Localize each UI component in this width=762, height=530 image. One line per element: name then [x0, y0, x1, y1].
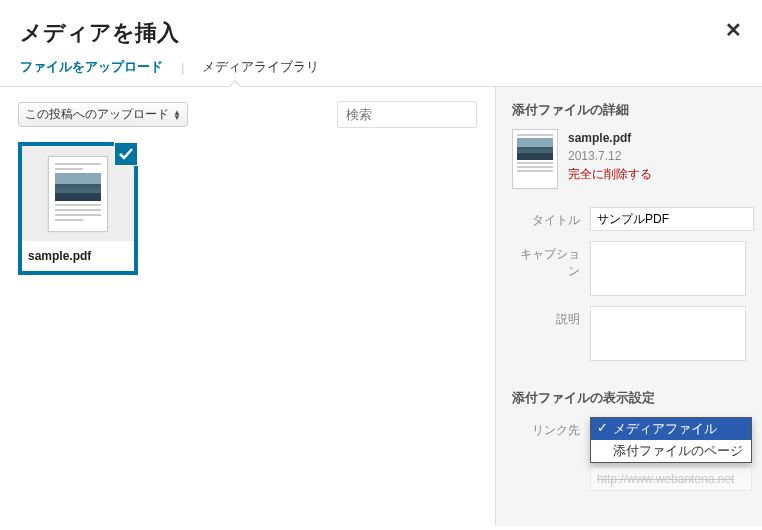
selected-check-icon[interactable]: [114, 142, 138, 166]
description-label: 説明: [512, 306, 590, 328]
field-row-description: 説明: [512, 306, 746, 361]
thumbnail-filename: sample.pdf: [22, 241, 134, 271]
field-row-caption: キャプション: [512, 241, 746, 296]
field-row-linkto: リンク先 メディアファイル 添付ファイルのページ: [512, 417, 746, 491]
linkto-option-media-file[interactable]: メディアファイル: [591, 418, 751, 440]
linkto-option-attachment-page[interactable]: 添付ファイルのページ: [591, 440, 751, 462]
link-url-input: [590, 467, 752, 491]
tab-upload[interactable]: ファイルをアップロード: [20, 58, 163, 76]
caption-input[interactable]: [590, 241, 746, 296]
attachment-date: 2013.7.12: [568, 147, 652, 165]
tab-divider: |: [181, 60, 184, 75]
title-input[interactable]: [590, 207, 754, 231]
filter-select-label: この投稿へのアップロード: [25, 106, 169, 123]
display-settings-section: 添付ファイルの表示設定 リンク先 メディアファイル 添付ファイルのページ: [512, 389, 746, 491]
close-button[interactable]: ✕: [725, 18, 742, 42]
attachment-info: sample.pdf 2013.7.12 完全に削除する: [568, 129, 652, 189]
select-arrows-icon: ▲▼: [173, 110, 181, 120]
details-sidebar: 添付ファイルの詳細 sample.pdf 2013.7.12 完全に削除する タ…: [495, 87, 762, 526]
linkto-label: リンク先: [512, 417, 590, 439]
attachment-thumb-icon: [512, 129, 558, 189]
linkto-dropdown[interactable]: メディアファイル 添付ファイルのページ: [590, 417, 752, 463]
tab-library[interactable]: メディアライブラリ: [202, 58, 319, 76]
media-modal: メディアを挿入 ✕ ファイルをアップロード | メディアライブラリ この投稿への…: [0, 0, 762, 530]
attachment-filename: sample.pdf: [568, 129, 652, 147]
document-icon: [48, 156, 108, 232]
caption-label: キャプション: [512, 241, 590, 280]
modal-header: メディアを挿入 ✕: [0, 0, 762, 58]
details-section-title: 添付ファイルの詳細: [512, 101, 746, 119]
filter-select[interactable]: この投稿へのアップロード ▲▼: [18, 102, 188, 127]
attachment-header: sample.pdf 2013.7.12 完全に削除する: [512, 129, 746, 189]
field-row-title: タイトル: [512, 207, 746, 231]
media-thumbnail[interactable]: sample.pdf: [18, 142, 138, 275]
description-input[interactable]: [590, 306, 746, 361]
library-toolbar: この投稿へのアップロード ▲▼: [18, 101, 477, 128]
linkto-dropdown-wrap: メディアファイル 添付ファイルのページ: [590, 417, 752, 491]
display-settings-title: 添付ファイルの表示設定: [512, 389, 746, 407]
delete-permanently-link[interactable]: 完全に削除する: [568, 165, 652, 183]
modal-tabs: ファイルをアップロード | メディアライブラリ: [0, 58, 762, 86]
modal-title: メディアを挿入: [20, 18, 742, 48]
library-panel: この投稿へのアップロード ▲▼ sample.pdf: [0, 87, 495, 526]
title-label: タイトル: [512, 207, 590, 229]
search-input[interactable]: [337, 101, 477, 128]
modal-content: この投稿へのアップロード ▲▼ sample.pdf: [0, 86, 762, 526]
